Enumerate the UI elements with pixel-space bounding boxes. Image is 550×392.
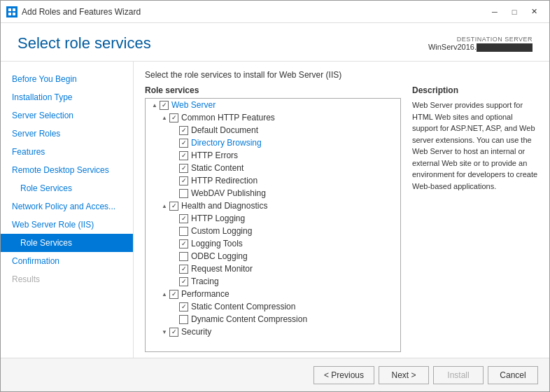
label-static-content: Static Content bbox=[191, 163, 244, 173]
cb-web-server[interactable] bbox=[160, 101, 169, 110]
tree-item-webdav[interactable]: WebDAV Publishing bbox=[146, 187, 400, 200]
cb-http-logging[interactable] bbox=[179, 214, 188, 223]
label-webdav: WebDAV Publishing bbox=[191, 188, 266, 198]
main-window: Add Roles and Features Wizard ─ □ ✕ Sele… bbox=[0, 0, 550, 392]
nav-before-you-begin[interactable]: Before You Begin bbox=[1, 70, 133, 88]
spacer-14 bbox=[169, 314, 179, 324]
next-button[interactable]: Next > bbox=[379, 366, 429, 384]
tree-item-request-monitor[interactable]: Request Monitor bbox=[146, 262, 400, 275]
nav-installation-type[interactable]: Installation Type bbox=[1, 88, 133, 106]
label-static-compression: Static Content Compression bbox=[191, 302, 295, 312]
main-panel: Select the role services to install for … bbox=[134, 62, 549, 358]
cb-http-redirect[interactable] bbox=[179, 176, 188, 186]
svg-rect-2 bbox=[8, 13, 11, 15]
nav-results: Results bbox=[1, 270, 133, 288]
spacer-1 bbox=[169, 125, 179, 135]
tree-item-custom-logging[interactable]: Custom Logging bbox=[146, 225, 400, 237]
spacer-4 bbox=[169, 163, 179, 173]
cb-dir-browsing[interactable] bbox=[179, 139, 188, 148]
expand-web-server[interactable]: ▲ bbox=[150, 100, 160, 110]
window-title: Add Roles and Features Wizard bbox=[22, 7, 485, 17]
spacer-3 bbox=[169, 150, 179, 160]
nav-role-services-sub[interactable]: Role Services bbox=[1, 179, 133, 197]
main-content: Role services ▲ Web Server ▲ Common bbox=[134, 85, 549, 358]
label-default-doc: Default Document bbox=[191, 125, 258, 135]
label-http-errors: HTTP Errors bbox=[191, 150, 238, 160]
label-odbc-logging: ODBC Logging bbox=[191, 251, 248, 261]
nav-confirmation[interactable]: Confirmation bbox=[1, 252, 133, 270]
tree-item-static-content[interactable]: Static Content bbox=[146, 162, 400, 174]
cb-webdav[interactable] bbox=[179, 189, 188, 198]
expand-security[interactable]: ▼ bbox=[160, 327, 169, 337]
cb-security[interactable] bbox=[169, 328, 178, 337]
label-http-redirect: HTTP Redirection bbox=[191, 176, 258, 186]
page-header: Select role services DESTINATION SERVER … bbox=[1, 23, 549, 62]
previous-button[interactable]: < Previous bbox=[313, 366, 374, 384]
expand-common-http[interactable]: ▲ bbox=[160, 113, 169, 122]
nav-web-server-role[interactable]: Web Server Role (IIS) bbox=[1, 216, 133, 234]
label-request-monitor: Request Monitor bbox=[191, 264, 253, 274]
tree-item-http-logging[interactable]: HTTP Logging bbox=[146, 212, 400, 225]
dest-label: DESTINATION SERVER bbox=[428, 36, 533, 43]
close-button[interactable]: ✕ bbox=[524, 2, 544, 22]
label-dir-browsing: Directory Browsing bbox=[191, 138, 262, 148]
cb-performance[interactable] bbox=[169, 290, 178, 299]
spacer-6 bbox=[169, 188, 179, 198]
spacer-11 bbox=[169, 264, 179, 274]
spacer-9 bbox=[169, 239, 179, 248]
expand-performance[interactable]: ▲ bbox=[160, 289, 169, 299]
role-services-label: Role services bbox=[145, 85, 401, 95]
label-http-logging: HTTP Logging bbox=[191, 214, 245, 223]
cb-tracing[interactable] bbox=[179, 277, 188, 286]
role-services-tree[interactable]: ▲ Web Server ▲ Common HTTP Features bbox=[145, 98, 401, 352]
svg-rect-3 bbox=[13, 13, 15, 15]
cb-common-http[interactable] bbox=[169, 113, 178, 122]
spacer-13 bbox=[169, 302, 179, 312]
cb-static-compression[interactable] bbox=[179, 302, 188, 312]
label-custom-logging: Custom Logging bbox=[191, 226, 252, 236]
install-button[interactable]: Install bbox=[433, 366, 484, 384]
tree-item-web-server[interactable]: ▲ Web Server bbox=[146, 99, 400, 111]
tree-item-performance[interactable]: ▲ Performance bbox=[146, 288, 400, 300]
cb-static-content[interactable] bbox=[179, 164, 188, 173]
cancel-button[interactable]: Cancel bbox=[488, 366, 538, 384]
cb-health-diag[interactable] bbox=[169, 202, 178, 211]
nav-features[interactable]: Features bbox=[1, 143, 133, 161]
nav-network-policy[interactable]: Network Policy and Acces... bbox=[1, 197, 133, 216]
maximize-button[interactable]: □ bbox=[505, 2, 524, 22]
nav-remote-desktop[interactable]: Remote Desktop Services bbox=[1, 161, 133, 179]
tree-item-dir-browsing[interactable]: Directory Browsing bbox=[146, 136, 400, 149]
server-name-redacted bbox=[477, 43, 533, 52]
expand-health[interactable]: ▲ bbox=[160, 201, 169, 211]
minimize-button[interactable]: ─ bbox=[485, 2, 505, 22]
tree-item-dynamic-compression[interactable]: Dynamic Content Compression bbox=[146, 313, 400, 326]
cb-request-monitor[interactable] bbox=[179, 265, 188, 274]
label-dynamic-compression: Dynamic Content Compression bbox=[191, 314, 307, 324]
tree-item-common-http[interactable]: ▲ Common HTTP Features bbox=[146, 111, 400, 124]
cb-logging-tools[interactable] bbox=[179, 239, 188, 248]
svg-rect-1 bbox=[13, 8, 15, 11]
cb-dynamic-compression[interactable] bbox=[179, 315, 188, 324]
footer: < Previous Next > Install Cancel bbox=[1, 358, 549, 391]
tree-item-default-doc[interactable]: Default Document bbox=[146, 124, 400, 136]
left-nav: Before You Begin Installation Type Serve… bbox=[1, 62, 134, 358]
tree-item-http-errors[interactable]: HTTP Errors bbox=[146, 149, 400, 162]
tree-item-security[interactable]: ▼ Security bbox=[146, 326, 400, 338]
spacer-5 bbox=[169, 176, 179, 186]
label-common-http: Common HTTP Features bbox=[181, 113, 275, 122]
cb-custom-logging[interactable] bbox=[179, 227, 188, 236]
cb-default-doc[interactable] bbox=[179, 126, 188, 135]
cb-odbc-logging[interactable] bbox=[179, 252, 188, 261]
nav-server-selection[interactable]: Server Selection bbox=[1, 106, 133, 125]
description-section: Description Web Server provides support … bbox=[412, 85, 538, 352]
tree-item-tracing[interactable]: Tracing bbox=[146, 275, 400, 288]
tree-item-odbc-logging[interactable]: ODBC Logging bbox=[146, 250, 400, 262]
tree-item-http-redirect[interactable]: HTTP Redirection bbox=[146, 174, 400, 187]
svg-rect-0 bbox=[8, 8, 11, 11]
tree-item-static-compression[interactable]: Static Content Compression bbox=[146, 300, 400, 313]
tree-item-health-diag[interactable]: ▲ Health and Diagnostics bbox=[146, 200, 400, 212]
tree-item-logging-tools[interactable]: Logging Tools bbox=[146, 237, 400, 250]
nav-server-roles[interactable]: Server Roles bbox=[1, 125, 133, 143]
nav-role-services[interactable]: Role Services bbox=[1, 234, 133, 252]
cb-http-errors[interactable] bbox=[179, 151, 188, 160]
